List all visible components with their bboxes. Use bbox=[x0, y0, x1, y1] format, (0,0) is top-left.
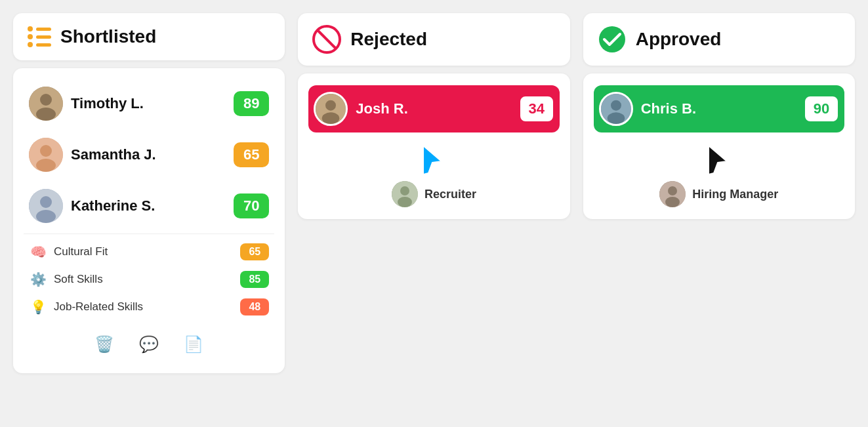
cultural-fit-name: Cultural Fit bbox=[54, 245, 234, 258]
svg-marker-22 bbox=[709, 146, 727, 174]
avatar-timothy bbox=[29, 87, 63, 121]
soft-skills-icon: ⚙️ bbox=[29, 272, 47, 287]
rejected-header: Rejected bbox=[298, 13, 569, 66]
samantha-score: 65 bbox=[234, 142, 269, 167]
cultural-fit-score: 65 bbox=[240, 243, 269, 260]
svg-marker-14 bbox=[423, 146, 442, 174]
hiring-manager-label-row: Hiring Manager bbox=[659, 181, 778, 207]
candidate-row-timothy[interactable]: Timothy L. 89 bbox=[24, 80, 274, 127]
samantha-name: Samantha J. bbox=[71, 146, 226, 163]
approved-icon bbox=[598, 25, 627, 54]
skill-row-job-skills: 💡 Job-Related Skills 48 bbox=[24, 295, 274, 319]
recruiter-cursor-area: Recruiter bbox=[308, 143, 559, 207]
avatar-chris bbox=[599, 92, 633, 126]
hiring-manager-cursor-area: Hiring Manager bbox=[594, 143, 844, 207]
divider bbox=[24, 234, 274, 234]
candidate-row-katherine[interactable]: Katherine S. 70 bbox=[24, 182, 274, 230]
svg-point-1 bbox=[40, 94, 52, 106]
recruiter-label-row: Recruiter bbox=[392, 181, 476, 207]
rejected-body: Josh R. 34 Recruiter bbox=[298, 73, 569, 219]
josh-name: Josh R. bbox=[356, 100, 510, 117]
svg-point-4 bbox=[40, 145, 52, 157]
katherine-name: Katherine S. bbox=[71, 197, 226, 214]
job-skills-score: 48 bbox=[240, 298, 269, 315]
avatar-katherine bbox=[29, 189, 63, 223]
katherine-score: 70 bbox=[234, 193, 269, 218]
svg-point-16 bbox=[400, 186, 409, 195]
avatar-recruiter bbox=[392, 181, 418, 207]
soft-skills-score: 85 bbox=[240, 271, 269, 288]
candidate-row-josh[interactable]: Josh R. 34 bbox=[308, 85, 559, 132]
shortlisted-title: Shortlisted bbox=[60, 26, 156, 47]
svg-point-13 bbox=[322, 112, 340, 124]
svg-point-8 bbox=[36, 210, 56, 223]
approved-column: Approved Chris B. 90 bbox=[583, 13, 855, 219]
approved-body: Chris B. 90 Hiring Manager bbox=[583, 73, 855, 219]
svg-point-12 bbox=[325, 100, 336, 111]
black-cursor-icon bbox=[706, 143, 732, 176]
job-skills-icon: 💡 bbox=[29, 299, 47, 315]
hiring-manager-name: Hiring Manager bbox=[692, 188, 778, 201]
svg-point-5 bbox=[36, 159, 56, 172]
candidate-row-samantha[interactable]: Samantha J. 65 bbox=[24, 131, 274, 178]
shortlisted-body: Timothy L. 89 Samantha J. 65 bbox=[13, 68, 285, 373]
action-row: 🗑️ 💬 📄 bbox=[24, 322, 274, 361]
chris-score: 90 bbox=[804, 95, 839, 123]
rejected-column: Rejected Josh R. 34 bbox=[298, 13, 569, 219]
approved-title: Approved bbox=[636, 29, 722, 50]
comment-button[interactable]: 💬 bbox=[134, 330, 163, 359]
timothy-score: 89 bbox=[234, 91, 269, 116]
candidate-row-chris[interactable]: Chris B. 90 bbox=[594, 85, 844, 132]
list-icon bbox=[28, 25, 51, 49]
svg-point-25 bbox=[665, 197, 680, 207]
soft-skills-name: Soft Skills bbox=[54, 273, 234, 286]
cultural-fit-icon: 🧠 bbox=[29, 244, 47, 260]
avatar-hiring-manager bbox=[659, 181, 686, 207]
skill-row-soft-skills: ⚙️ Soft Skills 85 bbox=[24, 267, 274, 292]
avatar-samantha bbox=[29, 138, 63, 172]
rejected-title: Rejected bbox=[350, 29, 427, 50]
svg-point-24 bbox=[668, 186, 677, 195]
svg-line-10 bbox=[319, 31, 335, 47]
approved-header: Approved bbox=[583, 13, 855, 66]
svg-point-7 bbox=[40, 196, 52, 208]
chris-name: Chris B. bbox=[641, 100, 796, 117]
josh-score: 34 bbox=[519, 95, 554, 123]
notes-button[interactable]: 📄 bbox=[179, 330, 208, 359]
blue-cursor-icon bbox=[421, 143, 447, 176]
svg-point-20 bbox=[611, 100, 621, 111]
recruiter-name: Recruiter bbox=[424, 188, 476, 201]
delete-button[interactable]: 🗑️ bbox=[90, 330, 119, 359]
timothy-name: Timothy L. bbox=[71, 95, 226, 112]
svg-point-21 bbox=[607, 112, 625, 124]
svg-point-17 bbox=[398, 197, 412, 207]
skill-row-cultural-fit: 🧠 Cultural Fit 65 bbox=[24, 239, 274, 264]
svg-point-2 bbox=[36, 108, 56, 121]
job-skills-name: Job-Related Skills bbox=[54, 300, 234, 314]
shortlisted-column: Shortlisted Timothy L. 89 bbox=[13, 13, 285, 373]
shortlisted-header: Shortlisted bbox=[13, 13, 285, 60]
rejected-icon bbox=[312, 25, 341, 54]
avatar-josh bbox=[314, 92, 348, 126]
